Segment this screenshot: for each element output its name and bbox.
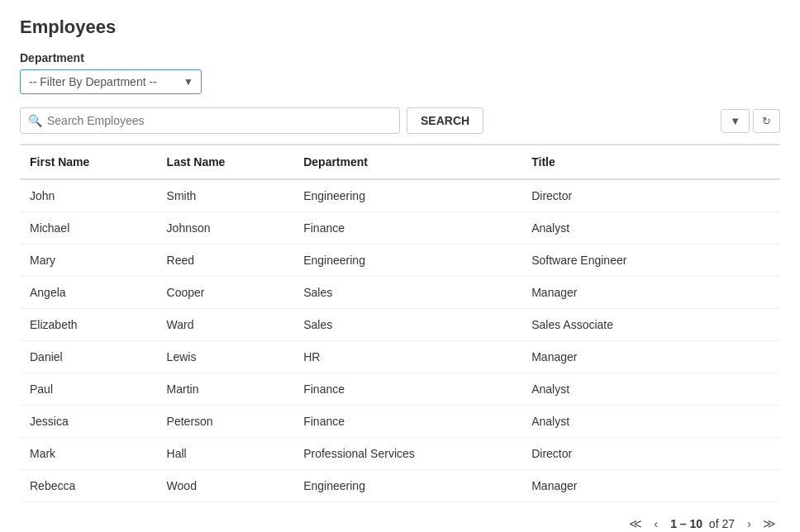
cell-title: Analyst xyxy=(521,212,780,245)
cell-first: Angela xyxy=(20,277,157,309)
department-select[interactable]: -- Filter By Department -- Engineering F… xyxy=(20,69,202,94)
cell-department: Professional Services xyxy=(293,438,521,470)
cell-last: Reed xyxy=(157,245,294,277)
cell-first: Mark xyxy=(20,438,157,470)
cell-first: Paul xyxy=(20,373,157,406)
cell-department: Finance xyxy=(293,212,521,245)
cell-first: Rebecca xyxy=(20,470,157,502)
search-button[interactable]: SEARCH xyxy=(407,107,483,134)
cell-first: Michael xyxy=(20,212,157,245)
cell-department: Engineering xyxy=(293,470,521,502)
cell-last: Ward xyxy=(157,309,294,341)
prev-page-button[interactable]: ‹ xyxy=(650,514,662,532)
table-row: ElizabethWardSalesSales Associate xyxy=(20,309,780,341)
cell-first: Elizabeth xyxy=(20,309,157,341)
cell-title: Director xyxy=(521,179,780,212)
table-header-row: First Name Last Name Department Title xyxy=(20,145,780,180)
refresh-icon: ↻ xyxy=(762,115,771,127)
department-filter-label: Department xyxy=(20,51,780,64)
cell-last: Wood xyxy=(157,470,294,502)
table-row: JessicaPetersonFinanceAnalyst xyxy=(20,406,780,438)
cell-department: HR xyxy=(293,341,521,373)
search-input-wrapper: 🔍 xyxy=(20,107,400,134)
table-row: MaryReedEngineeringSoftware Engineer xyxy=(20,245,780,277)
table-row: DanielLewisHRManager xyxy=(20,341,780,373)
cell-department: Finance xyxy=(293,373,521,406)
cell-first: Daniel xyxy=(20,341,157,373)
cell-title: Director xyxy=(521,438,780,470)
cell-title: Sales Associate xyxy=(521,309,780,341)
range-label: 1 – 10 xyxy=(670,517,702,530)
cell-last: Smith xyxy=(157,179,294,212)
cell-title: Manager xyxy=(521,470,780,502)
page-title: Employees xyxy=(20,17,780,38)
cell-first: Mary xyxy=(20,245,157,277)
search-icon: 🔍 xyxy=(28,114,42,127)
refresh-button[interactable]: ↻ xyxy=(753,109,780,133)
search-input[interactable] xyxy=(20,107,400,134)
cell-last: Hall xyxy=(157,438,294,470)
filter-icon: ▼ xyxy=(730,115,740,127)
table-row: JohnSmithEngineeringDirector xyxy=(20,179,780,212)
range-of-label: of 27 xyxy=(706,517,735,530)
toolbar-right: ▼ ↻ xyxy=(721,109,780,133)
first-page-button[interactable]: ≪ xyxy=(625,514,646,532)
cell-department: Engineering xyxy=(293,179,521,212)
cell-last: Martin xyxy=(157,373,294,406)
cell-last: Peterson xyxy=(157,406,294,438)
cell-last: Lewis xyxy=(157,341,294,373)
cell-title: Analyst xyxy=(521,373,780,406)
col-header-first-name: First Name xyxy=(20,145,157,180)
cell-department: Finance xyxy=(293,406,521,438)
employees-table: First Name Last Name Department Title Jo… xyxy=(20,145,780,502)
last-page-button[interactable]: ≫ xyxy=(759,514,780,532)
table-row: PaulMartinFinanceAnalyst xyxy=(20,373,780,406)
cell-title: Manager xyxy=(521,341,780,373)
table-row: MarkHallProfessional ServicesDirector xyxy=(20,438,780,470)
table-row: AngelaCooperSalesManager xyxy=(20,277,780,309)
cell-department: Engineering xyxy=(293,245,521,277)
col-header-department: Department xyxy=(293,145,521,180)
table-row: RebeccaWoodEngineeringManager xyxy=(20,470,780,502)
cell-title: Analyst xyxy=(521,406,780,438)
next-page-button[interactable]: › xyxy=(743,514,755,532)
pagination: ≪ ‹ 1 – 10 of 27 › ≫ xyxy=(20,502,780,532)
cell-last: Johnson xyxy=(157,212,294,245)
cell-department: Sales xyxy=(293,309,521,341)
search-bar: 🔍 SEARCH ▼ ↻ xyxy=(20,107,780,145)
cell-title: Manager xyxy=(521,277,780,309)
table-row: MichaelJohnsonFinanceAnalyst xyxy=(20,212,780,245)
cell-title: Software Engineer xyxy=(521,245,780,277)
cell-department: Sales xyxy=(293,277,521,309)
cell-last: Cooper xyxy=(157,277,294,309)
department-filter-wrapper: -- Filter By Department -- Engineering F… xyxy=(20,69,202,94)
col-header-last-name: Last Name xyxy=(157,145,294,180)
cell-first: Jessica xyxy=(20,406,157,438)
filter-button[interactable]: ▼ xyxy=(721,109,750,133)
col-header-title: Title xyxy=(521,145,780,180)
pagination-range: 1 – 10 of 27 xyxy=(670,517,735,530)
cell-first: John xyxy=(20,179,157,212)
